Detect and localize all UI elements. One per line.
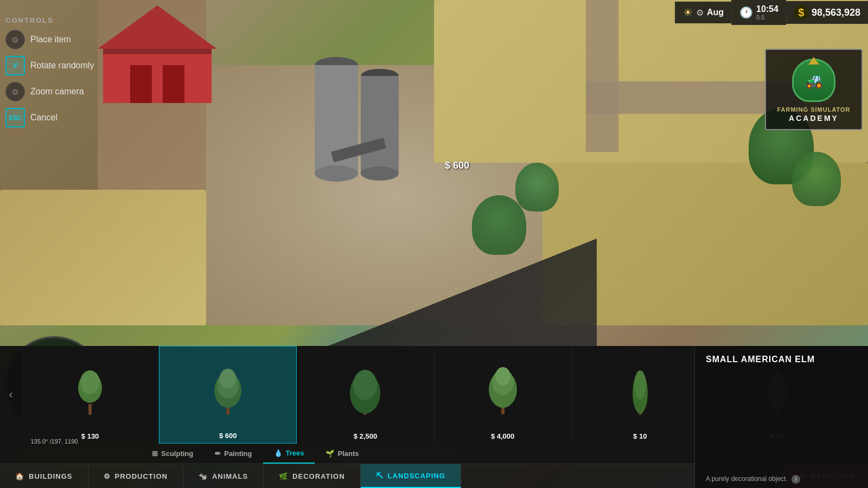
buildings-tab-label: BUILDINGS xyxy=(29,472,73,480)
production-tab-label: PRODUCTION xyxy=(115,472,168,480)
svg-point-44 xyxy=(353,370,377,400)
decoration-tab-label: DECORATION xyxy=(292,472,344,480)
place-key-icon: ⊙ xyxy=(5,30,25,49)
detail-title: SMALL AMERICAN ELM xyxy=(695,346,868,364)
detail-panel: SMALL AMERICAN ELM A purely decorational… xyxy=(694,346,868,488)
tree-image-5 xyxy=(621,350,659,430)
hud-time-speed: 0.5 xyxy=(756,14,778,21)
svg-point-48 xyxy=(495,367,510,386)
tree-item-3[interactable]: $ 2,500 xyxy=(297,346,434,444)
detail-image-area xyxy=(695,364,868,471)
hud-time-value: 10:54 xyxy=(756,4,778,14)
tree-image-1 xyxy=(71,350,109,430)
world-tree-1 xyxy=(472,195,526,255)
place-label: Place item xyxy=(30,35,71,44)
hud-money: $ 98,563,928 xyxy=(786,1,868,24)
svg-rect-35 xyxy=(88,404,92,415)
tree-price-3: $ 2,500 xyxy=(354,432,377,440)
academy-subtitle: ACADEMY xyxy=(789,114,839,123)
hud-time-block: 10:54 0.5 xyxy=(756,4,778,21)
trees-icon: 💧 xyxy=(274,449,283,457)
svg-rect-9 xyxy=(361,76,399,174)
rotate-label: Rotate randomly xyxy=(30,61,94,70)
landscaping-tab-label: LANDSCAPING xyxy=(388,472,445,480)
tab-production[interactable]: ⚙ PRODUCTION xyxy=(88,464,183,488)
field-tan xyxy=(0,190,206,325)
esc-key-badge: ESC xyxy=(5,108,25,127)
buildings-tab-icon: 🏠 xyxy=(15,472,24,480)
sun-icon: ☀ xyxy=(683,6,693,19)
zoom-key-icon: ⊙ xyxy=(5,82,25,101)
svg-point-41 xyxy=(220,369,236,388)
tab-animals[interactable]: 🐄 ANIMALS xyxy=(183,464,264,488)
tab-buildings[interactable]: 🏠 BUILDINGS xyxy=(0,464,88,488)
minimap-coords-container: 135.0° /197, 1190 xyxy=(5,436,103,446)
academy-logo: 🚜 FARMING SIMULATOR ACADEMY xyxy=(765,49,863,130)
animals-tab-label: ANIMALS xyxy=(212,472,248,480)
painting-label: Painting xyxy=(224,450,252,458)
tree-price-5: $ 10 xyxy=(633,432,647,440)
tree-price-4: $ 4,000 xyxy=(491,432,514,440)
hud-time: 🕐 10:54 0.5 xyxy=(731,0,786,25)
plants-icon: 🌱 xyxy=(326,450,334,458)
landscaping-tab-icon: ⛏ xyxy=(376,472,384,480)
controls-panel: CONTROLS ⊙ Place item V Rotate randomly … xyxy=(5,16,217,132)
hud-money-value: 98,563,928 xyxy=(812,7,860,18)
tree-image-2 xyxy=(209,351,247,429)
currency-icon: $ xyxy=(794,5,808,20)
tree-price-2: $ 600 xyxy=(219,432,237,440)
rotate-key-badge: V xyxy=(5,56,25,75)
tractor-icon: 🚜 xyxy=(805,72,824,89)
clock-icon: 🕐 xyxy=(739,6,753,19)
academy-title: FARMING SIMULATOR xyxy=(777,106,850,113)
subtab-painting[interactable]: ✏ Painting xyxy=(204,444,263,464)
hud-month: Aug xyxy=(707,8,724,17)
weather-settings-icon: ⚙ xyxy=(696,8,704,18)
control-place: ⊙ Place item xyxy=(5,28,217,52)
tree-item-5[interactable]: $ 10 xyxy=(572,346,709,444)
tree-image-3 xyxy=(346,350,384,430)
minimap-coords: 135.0° /197, 1190 xyxy=(31,438,78,445)
tab-landscaping[interactable]: ⛏ LANDSCAPING xyxy=(361,464,461,488)
control-cancel: ESC Cancel xyxy=(5,106,217,130)
svg-point-37 xyxy=(80,370,100,394)
production-tab-icon: ⚙ xyxy=(104,472,111,480)
sculpting-icon: ⊞ xyxy=(152,450,158,458)
controls-title: CONTROLS xyxy=(5,16,217,24)
cancel-label: Cancel xyxy=(30,113,58,123)
tree-image-4 xyxy=(484,350,522,430)
svg-point-7 xyxy=(315,165,358,182)
road-2 xyxy=(586,0,618,152)
subtab-plants[interactable]: 🌱 Plants xyxy=(315,444,369,464)
world-tree-4 xyxy=(792,152,841,206)
top-hud: ☀ ⚙ Aug 🕐 10:54 0.5 $ 98,563,928 xyxy=(675,0,868,25)
tab-decoration[interactable]: 🌿 DECORATION xyxy=(264,464,360,488)
tree-item-1[interactable]: $ 130 xyxy=(22,346,159,444)
decoration-tab-icon: 🌿 xyxy=(279,472,288,480)
academy-shield: 🚜 xyxy=(792,59,835,102)
tree-item-2[interactable]: $ 600 xyxy=(159,346,297,444)
info-icon[interactable]: i xyxy=(792,475,800,484)
svg-point-10 xyxy=(361,166,399,181)
control-zoom: ⊙ Zoom camera xyxy=(5,80,217,104)
detail-desc-text: A purely decorational object. xyxy=(706,475,788,483)
animals-tab-icon: 🐄 xyxy=(199,472,208,480)
trees-label: Trees xyxy=(286,449,304,457)
hud-weather: ☀ ⚙ Aug xyxy=(675,2,731,23)
control-rotate: V Rotate randomly xyxy=(5,54,217,78)
detail-description: A purely decorational object. i xyxy=(695,471,868,488)
silo-group xyxy=(298,43,418,195)
plants-label: Plants xyxy=(337,450,359,458)
painting-icon: ✏ xyxy=(215,450,221,458)
sculpting-label: Sculpting xyxy=(161,450,193,458)
world-tree-2 xyxy=(515,163,559,211)
subtab-trees[interactable]: 💧 Trees xyxy=(263,444,315,464)
svg-point-51 xyxy=(634,370,646,400)
subtab-sculpting[interactable]: ⊞ Sculpting xyxy=(141,444,204,464)
world-price: $ 600 xyxy=(445,160,469,171)
grid-prev-button[interactable]: ‹ xyxy=(0,346,22,444)
tree-item-4[interactable]: $ 4,000 xyxy=(435,346,572,444)
zoom-label: Zoom camera xyxy=(30,87,84,97)
